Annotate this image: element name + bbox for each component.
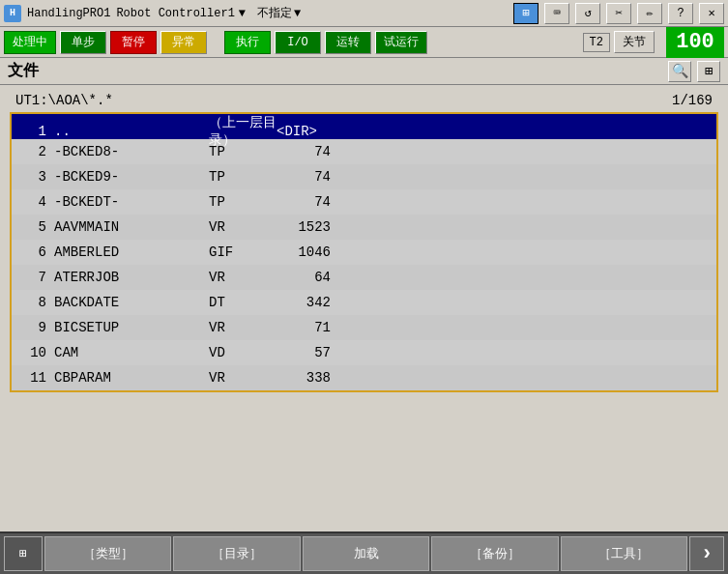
header-dots: .. bbox=[54, 124, 209, 139]
row-num: 10 bbox=[15, 345, 54, 360]
row-num: 9 bbox=[15, 320, 54, 335]
row-type: TP bbox=[209, 194, 277, 210]
trial-btn[interactable]: 试运行 bbox=[375, 31, 427, 54]
table-row[interactable]: 3 -BCKED9- TP 74 bbox=[12, 164, 716, 189]
table-row[interactable]: 4 -BCKEDT- TP 74 bbox=[12, 189, 716, 215]
row-type: VR bbox=[209, 219, 277, 235]
row-size: 1523 bbox=[277, 219, 335, 235]
row-name: CBPARAM bbox=[54, 370, 209, 386]
table-row[interactable]: 2 -BCKED8- TP 74 bbox=[12, 139, 716, 164]
row-type: VR bbox=[209, 370, 277, 386]
row-size: 1046 bbox=[277, 244, 335, 260]
unspecified-dropdown[interactable]: 不指定 ▼ bbox=[257, 5, 301, 21]
controller-label: Robot Controller1 ▼ bbox=[116, 7, 246, 20]
row-name: AMBERLED bbox=[54, 244, 209, 260]
dir-btn[interactable]: ［目录］ bbox=[173, 536, 300, 571]
row-size: 57 bbox=[277, 345, 335, 360]
row-type: VD bbox=[209, 345, 277, 360]
header-num: 1 bbox=[15, 124, 54, 139]
row-size: 74 bbox=[277, 144, 335, 159]
table-row[interactable]: 10 CAM VD 57 bbox=[12, 340, 716, 365]
table-row[interactable]: 8 BACKDATE DT 342 bbox=[12, 290, 716, 315]
io-btn[interactable]: I/O bbox=[275, 31, 321, 54]
t2-badge: T2 bbox=[583, 33, 610, 52]
step-btn[interactable]: 单步 bbox=[60, 31, 106, 54]
file-path: UT1:\AOA\*.* bbox=[15, 93, 113, 108]
backup-btn[interactable]: ［备份］ bbox=[431, 536, 558, 571]
row-num: 11 bbox=[15, 370, 54, 386]
table-row[interactable]: 7 ATERRJOB VR 64 bbox=[12, 265, 716, 290]
row-size: 342 bbox=[277, 295, 335, 310]
row-num: 7 bbox=[15, 270, 54, 285]
row-name: -BCKEDT- bbox=[54, 194, 209, 210]
row-name: ATERRJOB bbox=[54, 270, 209, 285]
row-type: DT bbox=[209, 295, 277, 310]
row-type: VR bbox=[209, 320, 277, 335]
zoom-icon-btn[interactable]: 🔍 bbox=[668, 61, 691, 82]
row-name: AAVMMAIN bbox=[54, 219, 209, 235]
header-type: <DIR> bbox=[277, 124, 335, 139]
row-name: CAM bbox=[54, 345, 209, 360]
layout-icon-btn[interactable]: ⊞ bbox=[697, 61, 720, 82]
table-row[interactable]: 6 AMBERLED GIF 1046 bbox=[12, 240, 716, 265]
joint-btn[interactable]: 关节 bbox=[614, 31, 655, 53]
edit-btn[interactable]: ✏ bbox=[637, 3, 662, 24]
app-name: HandlingPRO1 bbox=[27, 7, 110, 20]
load-btn[interactable]: 加载 bbox=[303, 536, 429, 571]
file-table: 1 .. （上一层目录） <DIR> 2 -BCKED8- TP 74 3 -B… bbox=[10, 112, 718, 392]
close-btn[interactable]: ✕ bbox=[699, 3, 724, 24]
row-size: 74 bbox=[277, 194, 335, 210]
row-name: -BCKED8- bbox=[54, 144, 209, 159]
row-type: TP bbox=[209, 144, 277, 159]
row-num: 6 bbox=[15, 244, 54, 260]
row-name: BACKDATE bbox=[54, 295, 209, 310]
row-type: VR bbox=[209, 270, 277, 285]
file-table-header: 1 .. （上一层目录） <DIR> bbox=[12, 114, 716, 139]
row-num: 2 bbox=[15, 144, 54, 159]
row-type: GIF bbox=[209, 244, 277, 260]
table-row[interactable]: 9 BICSETUP VR 71 bbox=[12, 315, 716, 340]
tools-btn[interactable]: ［工具］ bbox=[561, 536, 687, 571]
pause-btn[interactable]: 暂停 bbox=[110, 31, 157, 54]
row-num: 8 bbox=[15, 295, 54, 310]
row-name: BICSETUP bbox=[54, 320, 209, 335]
section-title: 文件 bbox=[8, 61, 39, 81]
grid-view-btn[interactable]: ⊞ bbox=[513, 3, 539, 24]
table-row[interactable]: 11 CBPARAM VR 338 bbox=[12, 365, 716, 390]
row-num: 4 bbox=[15, 194, 54, 210]
next-arrow-btn[interactable]: › bbox=[689, 536, 724, 571]
row-num: 3 bbox=[15, 169, 54, 185]
cut-btn[interactable]: ✂ bbox=[606, 3, 631, 24]
row-size: 74 bbox=[277, 169, 335, 185]
error-btn[interactable]: 异常 bbox=[160, 31, 207, 54]
controller-dropdown-arrow[interactable]: ▼ bbox=[239, 7, 246, 20]
type-btn[interactable]: ［类型］ bbox=[44, 536, 171, 571]
keyboard-btn[interactable]: ⌨ bbox=[544, 3, 569, 24]
refresh-btn[interactable]: ↺ bbox=[575, 3, 600, 24]
execute-btn[interactable]: 执行 bbox=[224, 31, 271, 54]
row-num: 5 bbox=[15, 219, 54, 235]
transport-btn[interactable]: 运转 bbox=[325, 31, 371, 54]
processing-btn[interactable]: 处理中 bbox=[4, 31, 56, 54]
score-display: 100 bbox=[666, 27, 724, 58]
row-type: TP bbox=[209, 169, 277, 185]
table-row[interactable]: 5 AAVMMAIN VR 1523 bbox=[12, 215, 716, 240]
row-size: 71 bbox=[277, 320, 335, 335]
help-btn[interactable]: ? bbox=[668, 3, 693, 24]
row-size: 64 bbox=[277, 270, 335, 285]
pagination: 1/169 bbox=[672, 93, 713, 108]
row-name: -BCKED9- bbox=[54, 169, 209, 185]
app-icon: H bbox=[4, 5, 21, 22]
row-size: 338 bbox=[277, 370, 335, 386]
grid-menu-btn[interactable]: ⊞ bbox=[4, 536, 43, 571]
